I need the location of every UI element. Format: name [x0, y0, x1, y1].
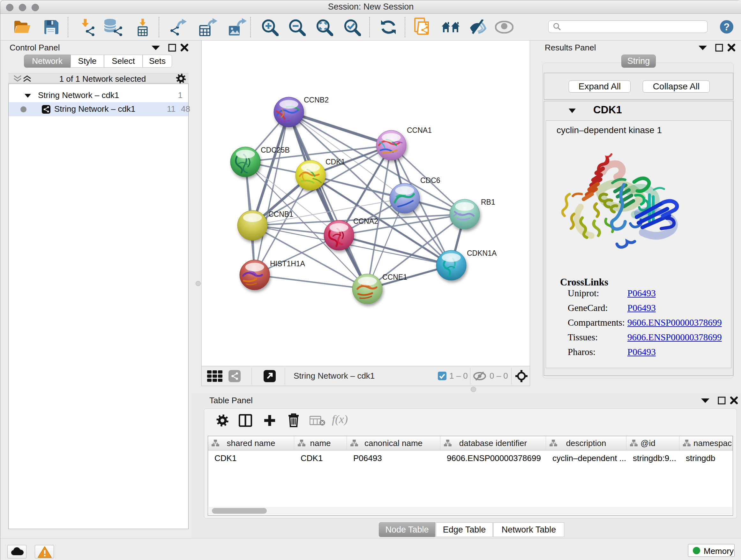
- svg-text:?: ?: [724, 21, 730, 33]
- svg-text:CDKN1A: CDKN1A: [467, 249, 497, 257]
- svg-text:CCNB2: CCNB2: [304, 96, 329, 104]
- svg-text:RB1: RB1: [481, 198, 495, 206]
- svg-text:CDC6: CDC6: [420, 176, 441, 185]
- svg-text:CCNA1: CCNA1: [407, 126, 432, 134]
- svg-text:HIST1H1A: HIST1H1A: [270, 260, 306, 268]
- svg-text:CCNB1: CCNB1: [268, 210, 293, 219]
- svg-text:CDC25B: CDC25B: [261, 146, 290, 154]
- svg-text:CCNA2: CCNA2: [353, 217, 378, 226]
- svg-text:CCNE1: CCNE1: [382, 273, 407, 281]
- svg-text:CDK1: CDK1: [326, 158, 345, 166]
